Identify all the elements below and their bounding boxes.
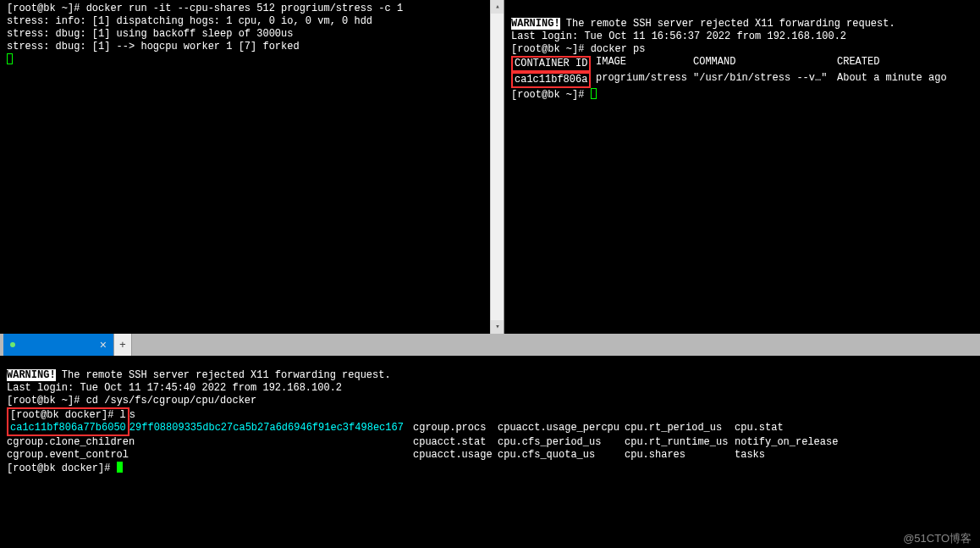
term-line: [root@bk docker]# [7, 462, 973, 475]
command-text: docker ps [591, 43, 646, 55]
login-line: Last login: Tue Oct 11 17:45:40 2022 fro… [7, 382, 973, 395]
scroll-up-icon[interactable]: ▴ [491, 0, 504, 14]
highlight-box: CONTAINER ID [511, 56, 591, 72]
col-created: CREATED [837, 56, 960, 72]
highlight-box-bottom: ca1c11bf806a77b6050 [7, 422, 129, 436]
command-text: cd /sys/fs/cgroup/cpu/docker [86, 395, 257, 407]
container-id-text: ca1c11bf806a [515, 74, 587, 86]
term-line: [root@bk docker]# ls [7, 407, 973, 422]
ls-item: cpuacct.usage [413, 449, 498, 462]
cursor [7, 53, 497, 67]
terminal-pane-left[interactable]: [root@bk ~]# docker run -it --cpu-shares… [0, 0, 504, 334]
warning-text: The remote SSH server rejected X11 forwa… [560, 18, 895, 30]
ls-item: cpu.rt_period_us [625, 422, 735, 436]
tab-active[interactable]: × [3, 334, 113, 356]
prompt: [root@bk ~]# [7, 395, 80, 407]
warning-line: WARNING! The remote SSH server rejected … [7, 369, 973, 382]
ls-item: cpu.cfs_period_us [498, 436, 625, 449]
close-icon[interactable]: × [100, 339, 107, 351]
cell-created: About a minute ago [837, 72, 960, 88]
prompt: [root@bk docker]# [7, 462, 110, 474]
docker-header-row: CONTAINER ID IMAGE COMMAND CREATED [511, 56, 973, 72]
scrollbar[interactable]: ▴ ▾ [490, 0, 504, 334]
short-id-text: ca1c11bf806a77b6050 [10, 422, 126, 434]
warning-text: The remote SSH server rejected X11 forwa… [56, 369, 391, 381]
term-line: [root@bk ~]# docker ps [511, 43, 973, 56]
terminal-pane-right[interactable]: WARNING! The remote SSH server rejected … [504, 0, 980, 334]
term-line: stress: dbug: [1] --> hogcpu worker 1 [7… [7, 41, 497, 53]
warning-line: WARNING! The remote SSH server rejected … [511, 18, 973, 30]
warning-badge: WARNING! [7, 369, 56, 381]
ls-item: tasks [735, 449, 849, 462]
scroll-down-icon[interactable]: ▾ [491, 320, 504, 334]
docker-data-row: ca1c11bf806a progrium/stress "/usr/bin/s… [511, 72, 973, 88]
ls-item: cgroup.procs [413, 422, 498, 436]
ls-item: cpu.cfs_quota_us [498, 449, 625, 462]
prompt: [root@bk ~]# [511, 43, 584, 55]
warning-badge: WARNING! [511, 18, 560, 30]
ls-output-grid: ca1c11bf806a77b605029ff08809335dbc27ca5b… [7, 422, 973, 462]
cell-container-id: ca1c11bf806a [511, 72, 596, 88]
rest-id-text: 29ff08809335dbc27ca5b27a6d6946f91ec3f498… [129, 422, 404, 434]
cursor [117, 462, 123, 473]
bottom-section: × + WARNING! The remote SSH server rejec… [0, 334, 980, 548]
cell-command: "/usr/bin/stress --v…" [693, 72, 837, 88]
ls-long-id: ca1c11bf806a77b605029ff08809335dbc27ca5b… [7, 422, 413, 436]
ls-item: cpuacct.stat [413, 436, 498, 449]
spacer [511, 3, 973, 18]
term-line: [root@bk ~]# cd /sys/fs/cgroup/cpu/docke… [7, 395, 973, 407]
term-line: stress: info: [1] dispatching hogs: 1 cp… [7, 15, 497, 28]
highlight-box: ca1c11bf806a [511, 72, 591, 88]
ls-item: cgroup.clone_children [7, 436, 413, 449]
term-line: [root@bk ~]# [511, 88, 973, 102]
ls-item: cpu.rt_runtime_us [625, 436, 735, 449]
col-image: IMAGE [596, 56, 693, 72]
col-container-id: CONTAINER ID [511, 56, 596, 72]
ls-item: cpuacct.usage_percpu [498, 422, 625, 436]
command-text: docker run -it --cpu-shares 512 progrium… [86, 3, 403, 14]
cell-image: progrium/stress [596, 72, 693, 88]
terminal-pane-bottom[interactable]: WARNING! The remote SSH server rejected … [0, 356, 980, 548]
top-row: [root@bk ~]# docker run -it --cpu-shares… [0, 0, 980, 334]
term-line: [root@bk ~]# docker run -it --cpu-shares… [7, 3, 497, 15]
tabbar: × + [0, 334, 980, 356]
col-command: COMMAND [693, 56, 837, 72]
header-text: CONTAINER ID [515, 58, 587, 69]
ls-item: cpu.stat [735, 422, 849, 436]
prompt: [root@bk docker]# [10, 409, 113, 421]
status-dot-icon [10, 342, 15, 347]
highlight-box-top: [root@bk docker]# l [7, 407, 129, 422]
ls-item: cpu.shares [625, 449, 735, 462]
cursor [591, 88, 597, 99]
add-tab-button[interactable]: + [113, 334, 132, 356]
watermark: @51CTO博客 [903, 532, 972, 545]
ls-item: notify_on_release [735, 436, 849, 449]
login-line: Last login: Tue Oct 11 16:56:37 2022 fro… [511, 30, 973, 43]
prompt: [root@bk ~]# [511, 89, 584, 101]
ls-item: cgroup.event_control [7, 449, 413, 462]
spacer [7, 357, 973, 369]
term-line: stress: dbug: [1] using backoff sleep of… [7, 28, 497, 41]
prompt: [root@bk ~]# [7, 3, 80, 14]
